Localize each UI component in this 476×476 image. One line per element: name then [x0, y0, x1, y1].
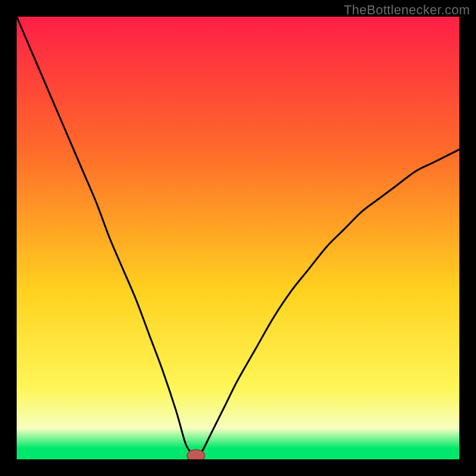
gradient-background: [17, 17, 459, 459]
watermark-text: TheBottlenecker.com: [344, 2, 470, 18]
chart-frame: TheBottlenecker.com: [0, 0, 476, 476]
optimum-marker: [187, 450, 205, 459]
plot-area: [17, 17, 459, 459]
bottleneck-chart-svg: [17, 17, 459, 459]
